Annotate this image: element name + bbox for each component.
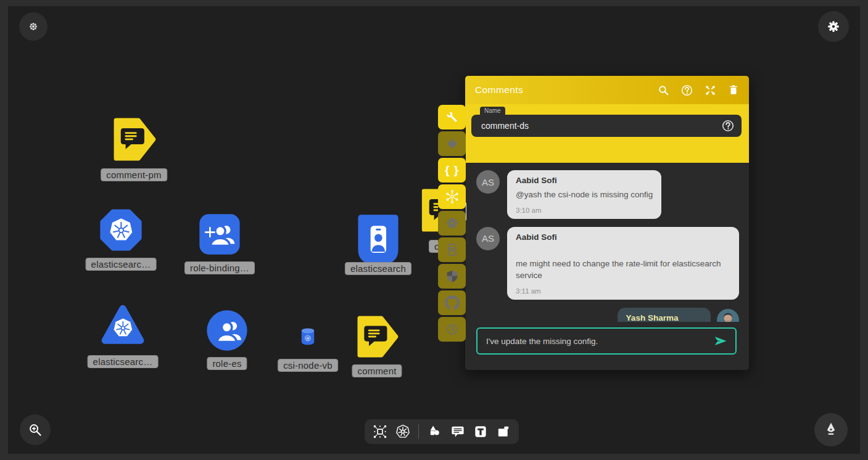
tool-braces[interactable]: { }: [438, 158, 466, 183]
role-binding-icon: [199, 213, 241, 255]
tool-history[interactable]: [438, 317, 466, 342]
node-comment[interactable]: comment: [355, 315, 399, 358]
node-label: role-binding…: [184, 261, 255, 274]
image-note-icon: [496, 424, 511, 439]
tool-tag[interactable]: [438, 131, 466, 156]
meshery-logo-button[interactable]: [19, 12, 48, 41]
palette-flowchart[interactable]: [373, 424, 387, 439]
node-label: elasticsearc…: [88, 355, 159, 368]
comment-node-icon: [112, 117, 156, 162]
node-comment-pm[interactable]: comment-pm: [112, 117, 156, 162]
design-canvas[interactable]: comment-pm elasticsearc… role-binding… e…: [8, 6, 860, 454]
send-button[interactable]: [713, 334, 728, 348]
name-field-label: Name: [480, 107, 505, 115]
github-icon: [445, 295, 460, 310]
service-account-icon: [357, 214, 399, 266]
volume-cylinder-icon: [297, 326, 318, 348]
message-bubble: Yash Sharma Sure I'll look into this 3:2…: [618, 308, 711, 322]
comments-panel-header: Comments: [465, 76, 749, 104]
name-field[interactable]: Name: [471, 115, 742, 137]
palette-comment[interactable]: [450, 424, 465, 439]
comment-node-icon: [355, 315, 399, 358]
node-label: comment-pm: [101, 168, 167, 181]
node-role-binding[interactable]: role-binding…: [199, 213, 241, 255]
tool-github[interactable]: [438, 290, 466, 315]
meshery-flower-icon: [445, 189, 460, 204]
pen-tool-button[interactable]: [814, 413, 848, 446]
shape-palette-toolbar: [365, 419, 519, 444]
file-search-icon: [445, 243, 459, 257]
window-frame: comment-pm elasticsearc… role-binding… e…: [0, 0, 868, 460]
node-label: csi-node-vb: [278, 359, 338, 372]
palette-shapes[interactable]: [428, 424, 442, 439]
message-author: Yash Sharma: [626, 313, 702, 322]
comment-icon: [450, 424, 465, 439]
palette-image[interactable]: [496, 424, 511, 439]
zoom-button[interactable]: [20, 414, 51, 445]
name-field-section: Name: [465, 104, 749, 163]
flowchart-icon: [373, 424, 387, 439]
message-bubble: Aabid Sofi me might need to change the r…: [507, 227, 739, 300]
wrench-icon: [445, 110, 459, 124]
tool-file-search[interactable]: [438, 237, 466, 262]
composer-input[interactable]: [485, 336, 713, 347]
kubernetes-octagon-icon: [99, 208, 143, 252]
role-icon: [206, 310, 248, 351]
message-text: @yash the csi-node is missing config: [516, 189, 653, 201]
node-elasticsearch-badge[interactable]: elasticsearch: [357, 214, 399, 266]
braces-icon: { }: [445, 163, 459, 177]
kubernetes-triangle-icon: [101, 303, 144, 347]
pen-nib-icon: [823, 422, 839, 438]
tool-shield[interactable]: [438, 264, 466, 289]
node-csi-node-vb[interactable]: csi-node-vb: [297, 326, 318, 348]
help-icon[interactable]: [681, 84, 693, 96]
text-tool-icon: [473, 424, 488, 439]
composer-box[interactable]: [476, 327, 737, 355]
message-row: AS Aabid Sofi @yash the csi-node is miss…: [476, 170, 739, 219]
message-row: Yash Sharma Sure I'll look into this 3:2…: [476, 308, 739, 322]
gear-icon: [445, 216, 459, 230]
node-elasticsearch-octagon[interactable]: elasticsearc…: [99, 208, 143, 252]
avatar-initials: AS: [476, 227, 500, 250]
message-list[interactable]: AS Aabid Sofi @yash the csi-node is miss…: [465, 163, 749, 322]
palette-text[interactable]: [473, 424, 488, 439]
search-icon[interactable]: [658, 84, 669, 96]
tool-wrench[interactable]: [438, 105, 466, 129]
gear-icon: [827, 20, 840, 33]
shapes-icon: [428, 424, 442, 439]
shield-icon: [445, 269, 459, 283]
history-icon: [445, 322, 459, 336]
message-time: 3:11 am: [516, 287, 730, 295]
field-help-icon[interactable]: [722, 120, 734, 132]
node-label: role-es: [207, 357, 247, 370]
meshery-logo-icon: [27, 20, 39, 33]
avatar-photo: [717, 309, 739, 322]
message-author: Aabid Sofi: [516, 232, 730, 242]
node-role-es[interactable]: role-es: [206, 310, 248, 351]
kubernetes-icon: [395, 424, 410, 439]
settings-button[interactable]: [818, 11, 849, 42]
avatar-initials: AS: [476, 170, 500, 194]
toolbar-divider: [418, 424, 419, 439]
node-label: comment: [352, 364, 402, 377]
comments-panel: Comments Name AS: [465, 76, 749, 370]
palette-kubernetes[interactable]: [395, 424, 410, 439]
tag-icon: [445, 137, 459, 150]
tool-gear[interactable]: [438, 211, 466, 236]
user-photo-icon: [717, 309, 739, 322]
panel-title: Comments: [475, 84, 658, 96]
message-time: 3:10 am: [516, 207, 653, 214]
message-text: me might need to change the rate-limit f…: [516, 258, 730, 282]
message-author: Aabid Sofi: [516, 176, 653, 185]
message-bubble: Aabid Sofi @yash the csi-node is missing…: [507, 170, 661, 219]
name-input[interactable]: [480, 120, 722, 131]
node-elasticsearch-triangle[interactable]: elasticsearc…: [101, 303, 144, 347]
trash-icon[interactable]: [728, 84, 739, 96]
expand-icon[interactable]: [705, 84, 716, 96]
send-icon: [713, 334, 728, 348]
zoom-in-icon: [28, 422, 43, 437]
node-action-toolbar: { }: [438, 105, 466, 342]
tool-meshery-flower[interactable]: [438, 184, 466, 209]
node-label: elasticsearch: [345, 262, 411, 275]
composer-row: [465, 322, 749, 370]
